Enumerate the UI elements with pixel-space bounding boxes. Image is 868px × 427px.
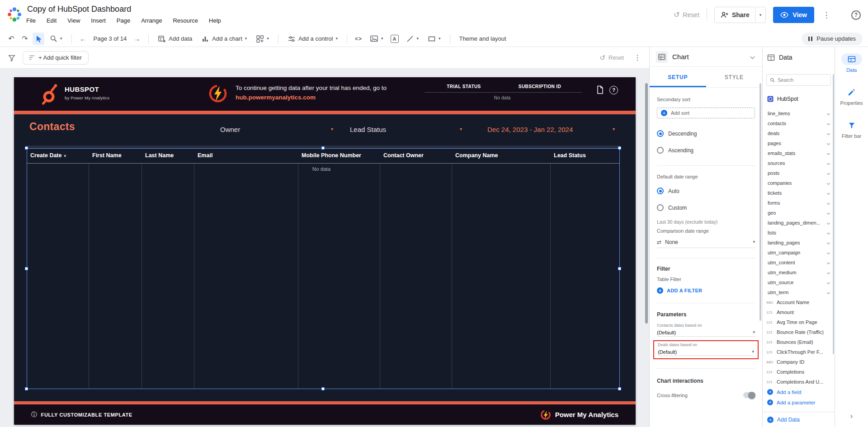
- source-utm-content[interactable]: utm_content: [763, 258, 835, 267]
- kebab-icon[interactable]: ⋮: [634, 54, 641, 61]
- chart-panel-header[interactable]: Chart: [650, 47, 762, 67]
- menu-page[interactable]: Page: [117, 17, 130, 24]
- column-header-contact-owner[interactable]: Contact Owner: [380, 148, 452, 163]
- source-tickets[interactable]: tickets: [763, 188, 835, 198]
- connector-hubspot[interactable]: HubSpot: [763, 93, 835, 105]
- next-page-button[interactable]: →: [131, 33, 143, 45]
- embed-code-button[interactable]: <>: [353, 33, 364, 45]
- field-company-id[interactable]: ABCCompany ID: [763, 357, 835, 367]
- zoom-tool-button[interactable]: ▾: [46, 33, 66, 45]
- chart-panel-scrollbar[interactable]: [760, 83, 761, 321]
- menu-arrange[interactable]: Arrange: [141, 17, 162, 24]
- source-utm-medium[interactable]: utm_medium: [763, 267, 835, 277]
- selection-handle[interactable]: [618, 267, 621, 270]
- selection-handle[interactable]: [321, 146, 325, 150]
- source-companies[interactable]: companies: [763, 178, 835, 188]
- filter-reset-button[interactable]: ↺ Reset: [599, 54, 624, 61]
- add-data-button[interactable]: Add data: [154, 33, 196, 45]
- date-auto-option[interactable]: Auto: [657, 188, 755, 194]
- source-forms[interactable]: forms: [763, 198, 835, 208]
- field-completions-and-u[interactable]: 123Completions And U...: [763, 377, 835, 387]
- field-clickthrough-per-f[interactable]: 123ClickThrough Per F...: [763, 347, 835, 357]
- sort-descending-option[interactable]: Descending: [657, 130, 755, 137]
- page-indicator[interactable]: Page 3 of 14: [91, 35, 130, 42]
- source-emails-stats[interactable]: emails_stats: [763, 148, 835, 158]
- field-amount[interactable]: 123Amount: [763, 307, 835, 317]
- rail-item-properties[interactable]: Properties: [840, 86, 863, 106]
- source-utm-source[interactable]: utm_source: [763, 277, 835, 287]
- field-bounces-email[interactable]: 123Bounces (Email): [763, 337, 835, 347]
- source-posts[interactable]: posts: [763, 168, 835, 178]
- field-avg-time-on-page[interactable]: 123Avg Time on Page: [763, 317, 835, 327]
- column-header-lead-status[interactable]: Lead Status: [550, 148, 620, 163]
- redo-button[interactable]: ↷: [19, 33, 31, 45]
- column-header-company-name[interactable]: Company Name: [452, 148, 550, 163]
- pause-updates-button[interactable]: Pause updates: [802, 33, 863, 45]
- selection-handle[interactable]: [25, 267, 28, 270]
- collapse-panel-button[interactable]: ›: [850, 413, 853, 420]
- theme-layout-button[interactable]: Theme and layout: [456, 33, 510, 45]
- owner-filter-dropdown[interactable]: Owner ▾: [220, 124, 333, 135]
- field-search-box[interactable]: [766, 74, 831, 86]
- menu-help[interactable]: Help: [209, 17, 221, 24]
- selection-handle[interactable]: [618, 387, 621, 390]
- insert-text-button[interactable]: A: [389, 33, 401, 45]
- source-geo[interactable]: geo: [763, 208, 835, 218]
- selection-handle[interactable]: [25, 387, 28, 390]
- looker-studio-logo[interactable]: [6, 5, 23, 23]
- source-utm-term[interactable]: utm_term: [763, 287, 835, 297]
- data-panel-scrollbar[interactable]: [833, 74, 834, 354]
- menu-resource[interactable]: Resource: [173, 17, 198, 24]
- document-icon[interactable]: [596, 85, 604, 94]
- help-icon[interactable]: ?: [609, 86, 618, 94]
- field-account-name[interactable]: ABCAccount Name: [763, 297, 835, 307]
- report-title[interactable]: Copy of HubSpot Dashboard: [27, 5, 131, 14]
- field-completions[interactable]: 123Completions: [763, 367, 835, 377]
- add-control-button[interactable]: Add a control ▾: [284, 33, 341, 45]
- source-lists[interactable]: lists: [763, 228, 835, 238]
- add-sort-button[interactable]: + Add sort: [657, 108, 755, 118]
- more-options-button[interactable]: ⋮: [821, 10, 831, 20]
- help-button[interactable]: ?: [851, 10, 861, 20]
- view-button[interactable]: View: [773, 7, 814, 23]
- menu-file[interactable]: File: [26, 17, 36, 24]
- column-header-create-date[interactable]: Create Date▾: [27, 148, 89, 163]
- tab-setup[interactable]: SETUP: [650, 67, 706, 87]
- selection-handle[interactable]: [618, 146, 621, 150]
- source-landing-pages[interactable]: landing_pages: [763, 238, 835, 248]
- reset-button[interactable]: ↺ Reset: [674, 11, 699, 19]
- rail-item-filter-bar[interactable]: Filter bar: [841, 119, 862, 139]
- rail-item-data[interactable]: Data: [841, 53, 862, 73]
- cross-filtering-toggle[interactable]: [743, 392, 755, 398]
- hubspot-dashboard[interactable]: HUBSPOT by Power My Analytics To continu…: [14, 77, 636, 425]
- date-custom-option[interactable]: Custom: [657, 204, 755, 211]
- column-header-first-name[interactable]: First Name: [89, 148, 142, 163]
- share-button[interactable]: Share ▾: [714, 7, 766, 23]
- lead-status-filter-dropdown[interactable]: Lead Status ▾: [350, 124, 462, 135]
- chevron-down-icon[interactable]: [750, 55, 755, 59]
- add-data-footer-button[interactable]: + Add Data: [763, 412, 835, 427]
- contacts-table[interactable]: Create Date▾ First Name Last Name Email …: [27, 148, 620, 389]
- tab-style[interactable]: STYLE: [706, 67, 763, 87]
- date-range-dropdown[interactable]: Dec 24, 2023 - Jan 22, 2024 ▾: [487, 124, 615, 135]
- column-header-last-name[interactable]: Last Name: [142, 148, 194, 163]
- insert-shape-button[interactable]: ▾: [424, 33, 444, 45]
- share-main[interactable]: Share: [715, 7, 755, 23]
- source-line-items[interactable]: line_items: [763, 108, 835, 118]
- add-filter-button[interactable]: + ADD A FILTER: [657, 287, 755, 294]
- source-deals[interactable]: deals: [763, 128, 835, 138]
- selection-handle[interactable]: [25, 146, 28, 150]
- add-chart-button[interactable]: Add a chart ▾: [198, 33, 250, 45]
- add-quick-filter-button[interactable]: + Add quick filter: [23, 51, 89, 65]
- source-contacts[interactable]: contacts: [763, 118, 835, 128]
- undo-button[interactable]: ↶: [5, 33, 17, 45]
- source-utm-campaign[interactable]: utm_campaign: [763, 248, 835, 258]
- menu-view[interactable]: View: [67, 17, 80, 24]
- column-header-mobile-phone[interactable]: Mobile Phone Number: [298, 148, 380, 163]
- community-visualizations-button[interactable]: ▾: [252, 33, 273, 45]
- previous-page-button[interactable]: ←: [77, 33, 89, 45]
- add-field-button[interactable]: + Add a field: [763, 387, 835, 397]
- sort-ascending-option[interactable]: Ascending: [657, 147, 755, 154]
- add-parameter-button[interactable]: + Add a parameter: [763, 397, 835, 408]
- column-header-email[interactable]: Email: [194, 148, 298, 163]
